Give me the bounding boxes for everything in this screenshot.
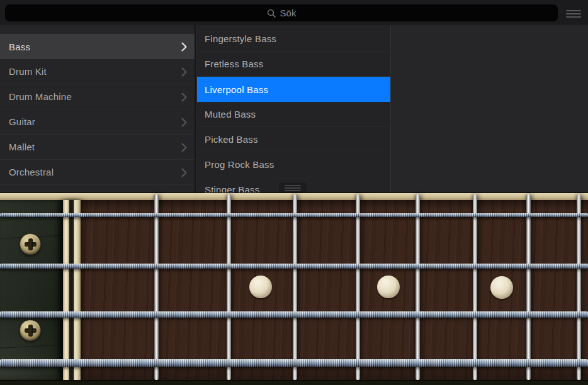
category-item-bass[interactable]: Bass <box>0 34 195 59</box>
chevron-right-icon <box>181 42 187 54</box>
fret-wire <box>154 194 159 380</box>
bass-string-4[interactable] <box>0 359 588 367</box>
string-shadow <box>0 344 71 349</box>
drag-handle-icon[interactable] <box>279 182 307 192</box>
chevron-right-icon <box>181 92 187 104</box>
fretboard-bottom-edge <box>0 380 588 385</box>
chevron-right-icon <box>181 143 187 155</box>
bass-string-3[interactable] <box>0 311 588 318</box>
category-item-orchestral[interactable]: Orchestral <box>0 160 195 185</box>
patch-item-fingerstyle-bass[interactable]: Fingerstyle Bass <box>197 26 390 52</box>
search-input[interactable]: Sök <box>5 4 558 21</box>
patch-item-liverpool-bass[interactable]: Liverpool Bass <box>197 77 390 102</box>
screw-icon <box>20 320 41 341</box>
patch-item-fretless-bass[interactable]: Fretless Bass <box>197 52 390 77</box>
fret-wire <box>473 194 477 380</box>
patch-list: Fingerstyle Bass Fretless Bass Liverpool… <box>197 25 391 192</box>
bass-string-2[interactable] <box>0 264 588 269</box>
fret-wire <box>577 194 581 380</box>
fretboard-nut <box>63 200 81 380</box>
patch-item-picked-bass[interactable]: Picked Bass <box>197 127 390 152</box>
search-icon <box>267 9 276 18</box>
chevron-right-icon <box>181 168 187 180</box>
category-item-drum-machine[interactable]: Drum Machine <box>0 84 195 109</box>
category-list: Bass Drum Kit Drum Machine Guitar Mallet… <box>0 25 196 192</box>
bass-string-1[interactable] <box>0 213 588 217</box>
category-item-mallet[interactable]: Mallet <box>0 135 195 160</box>
garageband-sound-browser: Sök Bass Drum Kit Drum Machine Guitar <box>0 0 588 385</box>
fret-wire <box>416 194 420 380</box>
top-bar: Sök <box>0 0 588 25</box>
guitar-body <box>0 200 63 380</box>
fret-wire <box>293 194 297 380</box>
inlay-dot-icon <box>490 276 513 299</box>
menu-icon[interactable] <box>566 10 581 20</box>
bass-fretboard[interactable] <box>0 192 588 385</box>
inlay-dot-icon <box>377 276 400 298</box>
patch-item-muted-bass[interactable]: Muted Bass <box>197 102 390 127</box>
fret-wire <box>526 194 531 380</box>
inlay-dot-icon <box>249 276 272 298</box>
chevron-right-icon <box>181 67 187 79</box>
fret-wire <box>227 194 231 380</box>
instrument-browser: Bass Drum Kit Drum Machine Guitar Mallet… <box>0 25 588 192</box>
patch-item-prog-rock-bass[interactable]: Prog Rock Bass <box>197 152 390 177</box>
screw-icon <box>20 233 41 255</box>
search-placeholder: Sök <box>280 8 297 18</box>
category-item-drum-kit[interactable]: Drum Kit <box>0 59 195 84</box>
chevron-right-icon <box>181 118 187 130</box>
category-item-guitar[interactable]: Guitar <box>0 109 195 135</box>
fret-wire <box>356 194 360 380</box>
